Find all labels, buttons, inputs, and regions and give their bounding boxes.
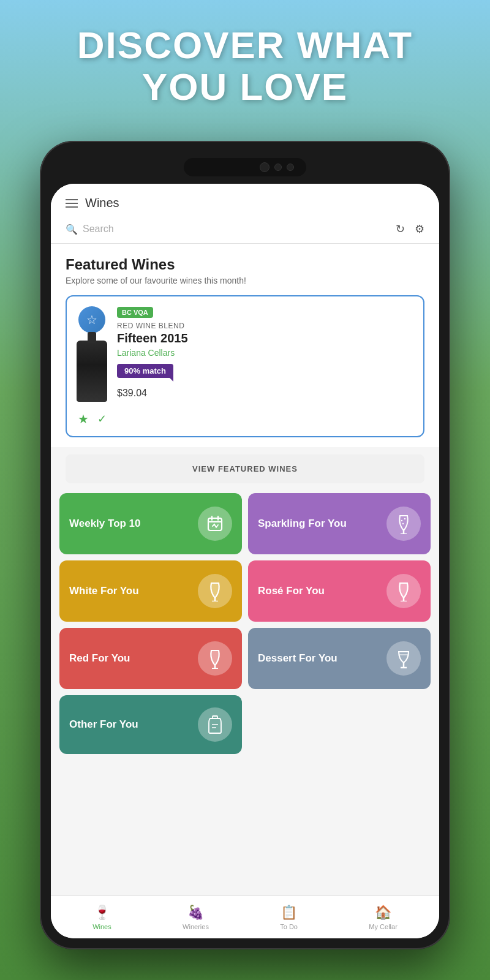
- nav-wines-label: Wines: [92, 923, 111, 930]
- category-grid: Weekly Top 10: [51, 491, 439, 760]
- wine-name: Fifteen 2015: [117, 331, 413, 345]
- category-icon-dessert: [386, 641, 421, 676]
- wine-price: $39.04: [117, 388, 413, 399]
- search-actions: ↻ ⚙: [396, 222, 424, 236]
- hamburger-menu[interactable]: [66, 199, 78, 208]
- bottom-nav: 🍷 Wines 🍇 Wineries 📋 To Do 🏠 My Cellar: [51, 895, 439, 938]
- main-scroll: Featured Wines Explore some of our favou…: [51, 244, 439, 938]
- svg-point-8: [402, 523, 404, 524]
- search-bar: 🔍 Search ↻ ⚙: [51, 217, 439, 244]
- hero-text: DISCOVER WHAT YOU LOVE: [0, 24, 490, 108]
- wine-favorite-icon[interactable]: ★: [78, 412, 89, 426]
- nav-todo[interactable]: 📋 To Do: [274, 902, 304, 933]
- featured-section: Featured Wines Explore some of our favou…: [51, 244, 439, 447]
- category-label-dessert: Dessert For You: [258, 652, 386, 665]
- category-dessert[interactable]: Dessert For You: [248, 628, 431, 689]
- nav-cellar-label: My Cellar: [369, 923, 397, 930]
- featured-subtitle: Explore some of our favourite wines this…: [66, 276, 424, 285]
- nav-wineries[interactable]: 🍇 Wineries: [176, 902, 215, 933]
- camera-main: [260, 162, 270, 172]
- wine-match-badge: 90% match: [117, 364, 173, 378]
- wine-winery: Lariana Cellars: [117, 348, 413, 358]
- category-label-red: Red For You: [69, 652, 198, 665]
- phone-camera: [184, 158, 306, 176]
- wine-star-badge: ☆: [78, 306, 105, 333]
- category-icon-other: [198, 707, 232, 742]
- nav-cellar-icon: 🏠: [375, 905, 391, 921]
- nav-wineries-label: Wineries: [183, 923, 209, 930]
- app-content: Wines 🔍 Search ↻ ⚙ Featured Wines Explor: [51, 184, 439, 938]
- search-input-row[interactable]: 🔍 Search: [66, 224, 390, 235]
- category-sparkling[interactable]: Sparkling For You: [248, 493, 431, 554]
- phone-frame: Wines 🔍 Search ↻ ⚙ Featured Wines Explor: [40, 141, 450, 949]
- svg-point-7: [404, 518, 405, 519]
- category-icon-weekly: [198, 507, 232, 541]
- nav-cellar[interactable]: 🏠 My Cellar: [363, 902, 403, 933]
- nav-wines-icon: 🍷: [94, 905, 110, 921]
- nav-wines[interactable]: 🍷 Wines: [86, 902, 118, 933]
- camera-tertiary: [287, 164, 294, 171]
- category-weekly-top-10[interactable]: Weekly Top 10: [59, 493, 242, 554]
- category-other[interactable]: Other For You: [59, 695, 242, 754]
- category-red[interactable]: Red For You: [59, 628, 242, 689]
- featured-title: Featured Wines: [66, 256, 424, 273]
- hero-line1: DISCOVER WHAT: [0, 24, 490, 66]
- phone-screen: Wines 🔍 Search ↻ ⚙ Featured Wines Explor: [51, 184, 439, 938]
- category-icon-white: [198, 574, 232, 608]
- wine-card-left: ☆ ★ ✓: [77, 306, 107, 426]
- category-icon-red: [198, 641, 232, 676]
- category-icon-rose: [386, 574, 421, 608]
- svg-point-6: [401, 520, 402, 521]
- wine-type: RED WINE BLEND: [117, 322, 413, 330]
- category-label-white: White For You: [69, 584, 198, 598]
- category-icon-sparkling: [386, 507, 421, 541]
- nav-todo-label: To Do: [280, 923, 298, 930]
- view-featured-button[interactable]: VIEW FEATURED WINES: [66, 454, 424, 483]
- search-placeholder: Search: [83, 224, 114, 235]
- category-label-rose: Rosé For You: [258, 584, 386, 598]
- wine-card-right: BC VQA RED WINE BLEND Fifteen 2015 Laria…: [117, 306, 413, 399]
- app-title: Wines: [85, 196, 119, 210]
- refresh-icon[interactable]: ↻: [396, 222, 405, 236]
- filter-icon[interactable]: ⚙: [415, 222, 424, 236]
- nav-wineries-icon: 🍇: [187, 905, 204, 921]
- wine-card-actions: ★ ✓: [78, 412, 107, 426]
- category-white[interactable]: White For You: [59, 560, 242, 622]
- hero-line2: YOU LOVE: [0, 66, 490, 108]
- category-label-other: Other For You: [69, 718, 198, 731]
- category-label-sparkling: Sparkling For You: [258, 517, 386, 530]
- nav-todo-icon: 📋: [281, 905, 297, 921]
- search-icon: 🔍: [66, 224, 78, 235]
- bc-vqa-badge: BC VQA: [117, 307, 153, 318]
- wine-card[interactable]: ☆ ★ ✓ BC VQA RED WINE BLEND Fifteen 2015: [66, 295, 424, 437]
- app-header: Wines: [51, 184, 439, 217]
- camera-secondary: [274, 164, 282, 171]
- wine-bottle: [77, 341, 107, 402]
- category-rose[interactable]: Rosé For You: [248, 560, 431, 622]
- category-label-weekly: Weekly Top 10: [69, 517, 198, 530]
- wine-check-icon[interactable]: ✓: [97, 412, 107, 426]
